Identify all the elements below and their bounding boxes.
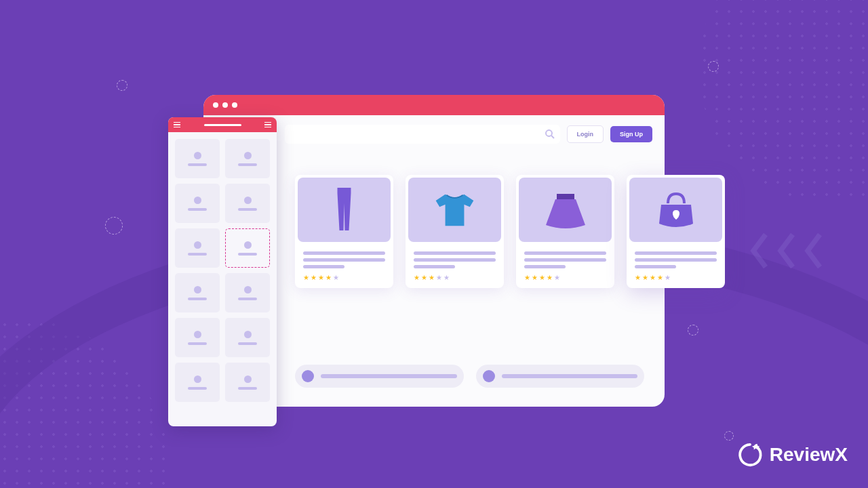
decorative-circle xyxy=(708,61,719,72)
menu-icon[interactable] xyxy=(264,122,271,128)
tshirt-icon xyxy=(433,190,477,230)
widget-item[interactable] xyxy=(175,184,220,223)
handbag-icon xyxy=(656,191,696,228)
svg-line-1 xyxy=(551,136,554,138)
widget-item-dragging[interactable] xyxy=(225,228,270,268)
widget-panel xyxy=(168,117,277,426)
svg-point-0 xyxy=(546,130,552,136)
placeholder-line xyxy=(303,265,344,268)
bottom-item xyxy=(295,365,464,388)
widget-item[interactable] xyxy=(225,363,270,402)
search-input[interactable] xyxy=(285,125,560,144)
signup-button[interactable]: Sign Up xyxy=(610,126,652,142)
product-card[interactable]: ★★★★★ xyxy=(627,175,725,288)
placeholder-line xyxy=(414,258,496,262)
placeholder-line xyxy=(524,258,606,262)
placeholder-line xyxy=(635,251,717,255)
decorative-chevrons xyxy=(746,230,827,271)
widget-item[interactable] xyxy=(175,139,220,178)
brand-name: ReviewX xyxy=(770,444,848,466)
window-control-minimize[interactable] xyxy=(222,102,228,108)
product-image xyxy=(298,178,391,242)
decorative-circle xyxy=(724,431,734,441)
decorative-circle xyxy=(117,80,127,91)
avatar-dot xyxy=(302,370,314,382)
window-control-close[interactable] xyxy=(213,102,218,108)
widget-item[interactable] xyxy=(175,228,220,268)
widget-item[interactable] xyxy=(225,184,270,223)
product-image xyxy=(629,178,722,242)
reviewx-icon xyxy=(737,442,763,468)
product-card[interactable]: ★★★★★ xyxy=(295,175,393,288)
product-list: ★★★★★ ★★★★★ xyxy=(295,175,725,288)
rating-stars: ★★★★★ xyxy=(414,274,496,281)
bottom-area xyxy=(295,365,644,388)
panel-title-bar xyxy=(204,124,241,126)
widget-panel-header xyxy=(168,117,277,132)
login-button[interactable]: Login xyxy=(567,125,604,143)
product-card[interactable]: ★★★★★ xyxy=(406,175,504,288)
placeholder-line xyxy=(635,265,676,268)
widget-item[interactable] xyxy=(175,363,220,402)
decorative-circle xyxy=(688,325,698,336)
widget-item[interactable] xyxy=(225,318,270,357)
placeholder-line xyxy=(321,374,457,378)
rating-stars: ★★★★★ xyxy=(635,274,717,281)
avatar-dot xyxy=(483,370,495,382)
product-card[interactable]: ★★★★★ xyxy=(516,175,614,288)
widget-item[interactable] xyxy=(175,318,220,357)
placeholder-line xyxy=(502,374,638,378)
widget-item[interactable] xyxy=(175,273,220,312)
decorative-dots xyxy=(698,0,868,203)
menu-icon[interactable] xyxy=(174,122,180,128)
rating-stars: ★★★★★ xyxy=(524,274,606,281)
pants-icon xyxy=(329,186,359,234)
decorative-circle xyxy=(105,217,123,235)
rating-stars: ★★★★★ xyxy=(303,274,385,281)
widget-grid xyxy=(168,132,277,409)
placeholder-line xyxy=(524,251,606,255)
placeholder-line xyxy=(414,265,455,268)
product-image xyxy=(408,178,501,242)
placeholder-line xyxy=(303,251,385,255)
placeholder-line xyxy=(303,258,385,262)
product-image xyxy=(519,178,612,242)
window-header xyxy=(203,95,665,115)
placeholder-line xyxy=(635,258,717,262)
placeholder-line xyxy=(524,265,566,268)
placeholder-line xyxy=(414,251,496,255)
brand-logo: ReviewX xyxy=(737,442,848,468)
window-control-maximize[interactable] xyxy=(232,102,237,108)
bottom-item xyxy=(476,365,645,388)
search-icon xyxy=(544,128,556,140)
widget-item[interactable] xyxy=(225,139,270,178)
widget-item[interactable] xyxy=(225,273,270,312)
skirt-icon xyxy=(542,191,589,228)
